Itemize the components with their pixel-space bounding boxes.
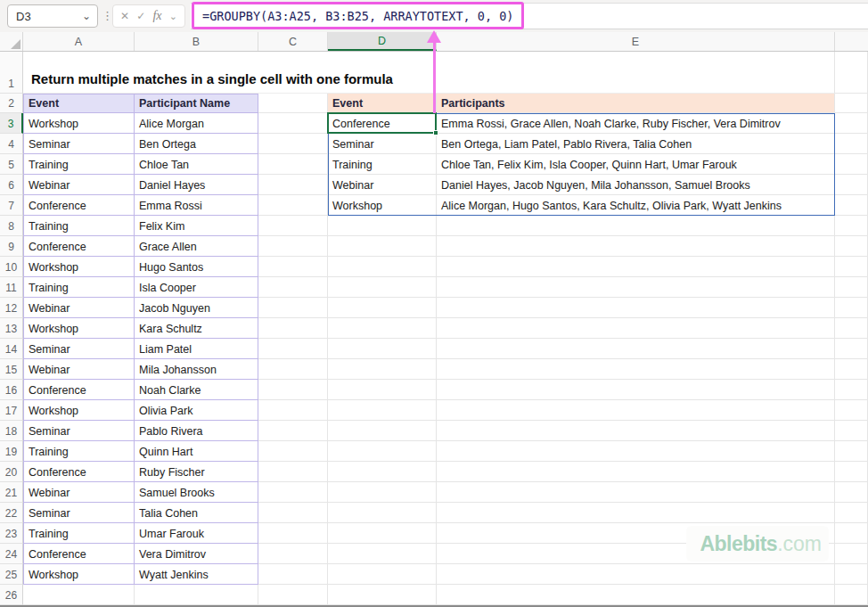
cell-B18[interactable]: Pablo Rivera — [135, 421, 258, 441]
cell-D22[interactable] — [328, 503, 437, 523]
cell-F9[interactable] — [835, 236, 868, 257]
cell-C22[interactable] — [258, 503, 328, 523]
cell-F21[interactable] — [835, 482, 868, 503]
select-all-corner[interactable] — [0, 32, 23, 51]
cell-B17[interactable]: Olivia Park — [135, 400, 258, 421]
cell-F1[interactable] — [835, 52, 868, 94]
cell-E10[interactable] — [437, 257, 835, 277]
cell-C8[interactable] — [258, 216, 328, 236]
cell-A9[interactable]: Conference — [23, 236, 135, 257]
cell-C14[interactable] — [258, 339, 328, 359]
row-header-4[interactable]: 4 — [0, 134, 23, 154]
cell-F12[interactable] — [835, 298, 868, 318]
row-header-19[interactable]: 19 — [0, 441, 23, 462]
cell-B19[interactable]: Quinn Hart — [135, 441, 258, 462]
cell-B3[interactable]: Alice Morgan — [135, 113, 258, 134]
cell-A6[interactable]: Webinar — [23, 175, 135, 195]
cell-D23[interactable] — [328, 523, 437, 544]
cell-C6[interactable] — [258, 175, 328, 195]
row-header-1[interactable]: 1 — [0, 52, 23, 94]
cell-F26[interactable] — [835, 585, 868, 605]
cell-C16[interactable] — [258, 380, 328, 400]
cell-A20[interactable]: Conference — [23, 462, 135, 482]
cell-F24[interactable] — [835, 544, 868, 564]
chevron-down-icon[interactable]: ⌄ — [169, 11, 177, 22]
cell-B25[interactable]: Wyatt Jenkins — [135, 564, 258, 585]
cell-B11[interactable]: Isla Cooper — [135, 277, 258, 298]
cell-C20[interactable] — [258, 462, 328, 482]
cell-A24[interactable]: Conference — [23, 544, 135, 564]
column-header-C[interactable]: C — [258, 32, 328, 51]
cell-F25[interactable] — [835, 564, 868, 585]
cell-E20[interactable] — [437, 462, 835, 482]
cell-D21[interactable] — [328, 482, 437, 503]
cell-B15[interactable]: Mila Johansson — [135, 359, 258, 380]
cell-A10[interactable]: Workshop — [23, 257, 135, 277]
cell-D9[interactable] — [328, 236, 437, 257]
cell-F15[interactable] — [835, 359, 868, 380]
cell-B7[interactable]: Emma Rossi — [135, 195, 258, 216]
cell-E6[interactable]: Daniel Hayes, Jacob Nguyen, Mila Johanss… — [437, 175, 835, 195]
cell-C25[interactable] — [258, 564, 328, 585]
column-header-E[interactable]: E — [437, 32, 835, 51]
row-header-2[interactable]: 2 — [0, 94, 23, 113]
cell-A23[interactable]: Training — [23, 523, 135, 544]
cell-B21[interactable]: Samuel Brooks — [135, 482, 258, 503]
formula-input[interactable]: =GROUPBY(A3:A25, B3:B25, ARRAYTOTEXT, 0,… — [192, 2, 524, 29]
cell-F11[interactable] — [835, 277, 868, 298]
cell-C24[interactable] — [258, 544, 328, 564]
cell-E8[interactable] — [437, 216, 835, 236]
cell-E14[interactable] — [437, 339, 835, 359]
cell-A13[interactable]: Workshop — [23, 318, 135, 339]
row-header-20[interactable]: 20 — [0, 462, 23, 482]
cell-A19[interactable]: Training — [23, 441, 135, 462]
cell-D5[interactable]: Training — [328, 154, 437, 175]
cell-D7[interactable]: Workshop — [328, 195, 437, 216]
column-header-B[interactable]: B — [135, 32, 258, 51]
row-header-26[interactable]: 26 — [0, 585, 23, 605]
cancel-icon[interactable]: ✕ — [120, 10, 129, 22]
cell-F5[interactable] — [835, 154, 868, 175]
cell-F23[interactable] — [835, 523, 868, 544]
cell-D19[interactable] — [328, 441, 437, 462]
cell-A8[interactable]: Training — [23, 216, 135, 236]
cell-B9[interactable]: Grace Allen — [135, 236, 258, 257]
row-header-15[interactable]: 15 — [0, 359, 23, 380]
cell-B12[interactable]: Jacob Nguyen — [135, 298, 258, 318]
cell-C11[interactable] — [258, 277, 328, 298]
cell-A4[interactable]: Seminar — [23, 134, 135, 154]
cell-D16[interactable] — [328, 380, 437, 400]
cell-B22[interactable]: Talia Cohen — [135, 503, 258, 523]
cell-D3[interactable]: Conference — [328, 113, 437, 134]
cell-E25[interactable] — [437, 564, 835, 585]
cell-F19[interactable] — [835, 441, 868, 462]
cell-C7[interactable] — [258, 195, 328, 216]
cell-E12[interactable] — [437, 298, 835, 318]
cell-C23[interactable] — [258, 523, 328, 544]
cell-A3[interactable]: Workshop — [23, 113, 135, 134]
cell-A18[interactable]: Seminar — [23, 421, 135, 441]
cell-E4[interactable]: Ben Ortega, Liam Patel, Pablo Rivera, Ta… — [437, 134, 835, 154]
cell-E17[interactable] — [437, 400, 835, 421]
row-header-11[interactable]: 11 — [0, 277, 23, 298]
cell-D8[interactable] — [328, 216, 437, 236]
cell-A25[interactable]: Workshop — [23, 564, 135, 585]
row-header-12[interactable]: 12 — [0, 298, 23, 318]
cell-B26[interactable] — [135, 585, 258, 605]
cell-E21[interactable] — [437, 482, 835, 503]
cell-D11[interactable] — [328, 277, 437, 298]
cell-D18[interactable] — [328, 421, 437, 441]
row-header-10[interactable]: 10 — [0, 257, 23, 277]
cell-B14[interactable]: Liam Patel — [135, 339, 258, 359]
row-header-17[interactable]: 17 — [0, 400, 23, 421]
row-header-6[interactable]: 6 — [0, 175, 23, 195]
cell-B10[interactable]: Hugo Santos — [135, 257, 258, 277]
row-header-7[interactable]: 7 — [0, 195, 23, 216]
row-header-25[interactable]: 25 — [0, 564, 23, 585]
cell-B5[interactable]: Chloe Tan — [135, 154, 258, 175]
cell-C10[interactable] — [258, 257, 328, 277]
cell-A12[interactable]: Webinar — [23, 298, 135, 318]
chevron-down-icon[interactable]: ⌄ — [82, 11, 97, 21]
cell-A21[interactable]: Webinar — [23, 482, 135, 503]
row-header-14[interactable]: 14 — [0, 339, 23, 359]
